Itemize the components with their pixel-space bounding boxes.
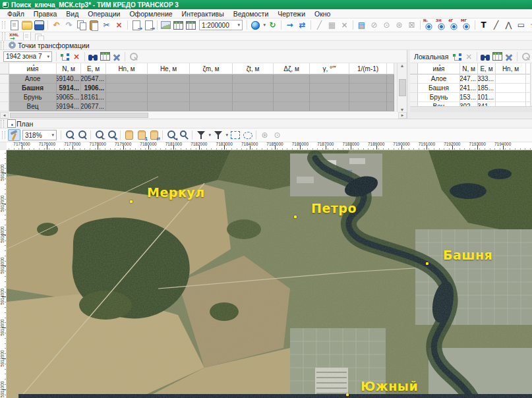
zoom-combo[interactable]: 318%▾ xyxy=(22,130,57,140)
column-header[interactable]: Δζ, м xyxy=(274,63,310,74)
coordinate-system-combo[interactable]: 1942 зона 7▾ xyxy=(3,51,52,62)
table-cell[interactable] xyxy=(274,93,310,102)
scroll-up-icon[interactable]: ▲ xyxy=(400,63,405,68)
copy-button[interactable] xyxy=(75,19,88,31)
table-cell[interactable]: 153... xyxy=(460,93,478,102)
tools-button[interactable] xyxy=(111,51,123,62)
table-cell[interactable]: 101... xyxy=(478,93,496,102)
column-header[interactable]: имя xyxy=(418,63,460,74)
swap-button[interactable]: ⇄ xyxy=(296,19,309,31)
map-point-marker[interactable] xyxy=(130,200,133,203)
table-cell[interactable]: Алое xyxy=(9,74,57,84)
table-cell[interactable] xyxy=(190,74,233,84)
toolbar-grip[interactable] xyxy=(2,131,5,139)
web-map-button[interactable]: ▾ xyxy=(249,19,262,31)
table-cell[interactable] xyxy=(106,102,148,111)
scroll-right-icon[interactable]: ▸ xyxy=(398,112,407,119)
table-cell[interactable] xyxy=(274,84,310,93)
column-header[interactable]: E, м xyxy=(81,63,106,74)
create-point-msk-button[interactable]: МГ xyxy=(460,19,473,31)
local-add-point-button[interactable] xyxy=(451,51,463,62)
zoom-point-button[interactable] xyxy=(177,129,190,141)
menu-Оформление[interactable]: Оформление xyxy=(125,10,177,18)
menu-Окно[interactable]: Окно xyxy=(310,10,335,18)
table-cell[interactable] xyxy=(148,102,190,111)
toolbar-grip[interactable] xyxy=(2,32,5,40)
menu-Чертежи[interactable]: Чертежи xyxy=(273,10,310,18)
select-rect-button[interactable] xyxy=(229,129,241,141)
line-tool-button[interactable]: ╱ xyxy=(490,19,502,31)
table-cell[interactable]: 185... xyxy=(478,84,496,93)
table-cell[interactable] xyxy=(526,84,531,93)
filter-button[interactable]: ▾ xyxy=(194,129,207,141)
delete-point-button[interactable]: × xyxy=(71,51,82,62)
table-cell[interactable]: 20677... xyxy=(81,102,106,111)
table-cell[interactable]: 247... xyxy=(460,74,478,84)
layers-button[interactable] xyxy=(172,19,185,31)
delete-button[interactable]: × xyxy=(113,19,125,31)
table-cell[interactable] xyxy=(310,84,349,93)
pan-button[interactable] xyxy=(123,129,135,141)
table-cell[interactable] xyxy=(233,74,274,84)
map-frame-button[interactable] xyxy=(160,19,172,31)
panel-grip[interactable] xyxy=(1,42,4,49)
table-cell[interactable]: 20547... xyxy=(81,74,106,84)
table-cell[interactable]: 59194... xyxy=(57,102,81,111)
open-document-button[interactable] xyxy=(20,19,33,31)
refresh-button[interactable]: ↻ xyxy=(266,19,279,31)
zoom-window-button[interactable]: ◂ xyxy=(165,129,177,141)
export-points-button[interactable] xyxy=(142,19,155,31)
import-points-button[interactable] xyxy=(130,19,142,31)
table-cell[interactable] xyxy=(106,93,148,102)
pan-window-button[interactable]: ⇄ xyxy=(148,129,160,141)
table-cell[interactable] xyxy=(387,74,394,84)
table-cell[interactable] xyxy=(349,74,387,84)
zoom-initial-button[interactable] xyxy=(63,129,76,141)
menu-Операции[interactable]: Операции xyxy=(83,10,125,18)
undo-button[interactable]: ↶ xyxy=(50,19,63,31)
column-header[interactable]: E, м xyxy=(478,63,496,74)
local-find-button[interactable] xyxy=(479,51,491,62)
table-cell[interactable] xyxy=(190,102,233,111)
scroll-thumb[interactable] xyxy=(10,113,148,118)
active-tool-button[interactable] xyxy=(8,129,20,141)
table-cell[interactable] xyxy=(349,84,387,93)
pan-realtime-button[interactable]: 1 xyxy=(135,129,148,141)
table-cell[interactable] xyxy=(349,93,387,102)
panel-grip[interactable] xyxy=(1,120,4,128)
column-header[interactable]: N, м xyxy=(57,63,81,74)
create-point-45-button[interactable]: 4Г xyxy=(448,19,460,31)
table-cell[interactable]: 241... xyxy=(460,84,478,93)
column-header[interactable]: Hn, м xyxy=(496,63,526,74)
map-canvas[interactable]: МеркулПетроБашняЮжный xyxy=(7,150,532,398)
table-cell[interactable]: Брунь xyxy=(9,93,57,102)
polygon-tool-button[interactable]: ☆ xyxy=(527,19,532,31)
redo-button[interactable]: ↷ xyxy=(63,19,75,31)
scale-combo[interactable]: 1:200000▾ xyxy=(199,20,243,30)
table-cell[interactable]: Башня xyxy=(418,84,460,93)
column-header[interactable]: ζm, м xyxy=(190,63,233,74)
table-cell[interactable]: Алое xyxy=(418,74,460,84)
find-button[interactable] xyxy=(87,51,99,62)
scroll-down-icon[interactable]: ▼ xyxy=(400,107,405,112)
table-settings-button[interactable] xyxy=(99,51,111,62)
objects-list-button[interactable]: ▤ xyxy=(355,19,368,31)
rectangle-tool-button[interactable]: ▭ xyxy=(515,19,527,31)
table-cell[interactable]: 333... xyxy=(478,74,496,84)
forward-button[interactable]: → xyxy=(283,19,296,31)
table-cell[interactable] xyxy=(274,74,310,84)
table-cell[interactable] xyxy=(310,102,349,111)
column-header[interactable]: Hn, м xyxy=(106,63,148,74)
table-cell[interactable]: Вец xyxy=(9,102,57,111)
table-cell[interactable] xyxy=(496,74,526,84)
table-cell[interactable] xyxy=(349,102,387,111)
paste-button[interactable] xyxy=(88,19,100,31)
table-cell[interactable]: Брунь xyxy=(418,93,460,102)
menu-Правка[interactable]: Правка xyxy=(29,10,61,18)
table-cell[interactable] xyxy=(106,84,148,93)
table-cell[interactable] xyxy=(148,74,190,84)
add-point-button[interactable] xyxy=(59,51,71,62)
table-cell[interactable]: 5914... xyxy=(57,84,81,93)
table-cell[interactable]: 18161... xyxy=(81,93,106,102)
zoom-in-button[interactable]: + xyxy=(105,129,118,141)
